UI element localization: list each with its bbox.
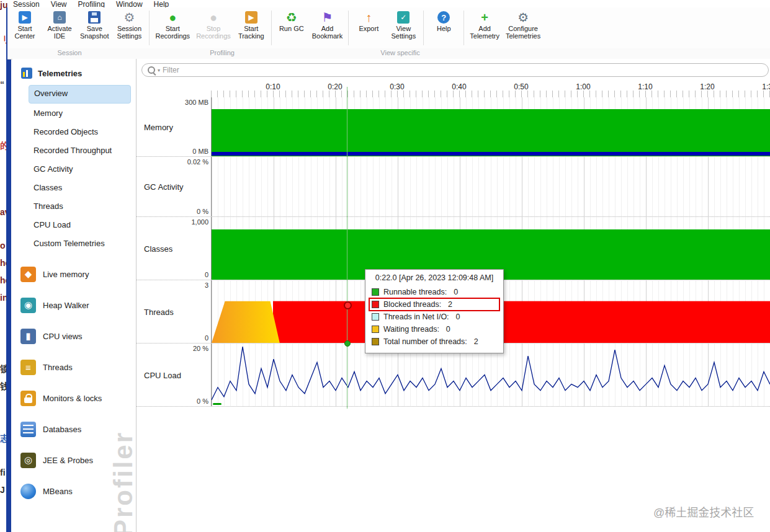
sidebar-header-telemetries[interactable]: Telemetries: [21, 68, 136, 79]
gear-icon: ⚙: [124, 10, 135, 25]
section-label: JEE & Probes: [43, 456, 93, 465]
sidebar-item-classes[interactable]: Classes: [29, 179, 131, 197]
sidebar-section-jee-probes[interactable]: ◎JEE & Probes: [12, 445, 136, 476]
sidebar-section-heap-walker[interactable]: ◉Heap Walker: [12, 290, 136, 321]
legend-value: 0: [456, 313, 460, 321]
toolbar-separator: [149, 11, 150, 45]
run-gc-button[interactable]: ♻Run GC: [275, 9, 308, 33]
help-button[interactable]: ?Help: [427, 9, 460, 33]
sidebar-item-recorded-objects[interactable]: Recorded Objects: [29, 123, 131, 141]
threads-row-name: Threads: [144, 307, 174, 316]
toolbar-group-label-session: Session: [57, 49, 81, 56]
gc-row-name: GC Activity: [144, 182, 184, 192]
legend-swatch: [372, 301, 379, 308]
stop-recordings-button[interactable]: ●StopRecordings: [194, 9, 233, 40]
timeline-label-1-30: 1:30: [762, 82, 770, 91]
record-icon: ●: [169, 10, 176, 25]
toolbar-separator: [423, 11, 424, 45]
export-arrow-icon: ↑: [365, 10, 372, 25]
legend-swatch: [372, 326, 379, 333]
sidebar-section-live-memory[interactable]: ◆Live memory: [12, 259, 136, 290]
add-telemetry-button[interactable]: +AddTelemetry: [467, 9, 502, 40]
legend-value: 0: [454, 288, 458, 296]
check-icon: ✓: [397, 10, 410, 25]
edge-text-fragment: fi: [0, 468, 6, 477]
session-settings-button[interactable]: ⚙SessionSettings: [112, 9, 146, 40]
toolbar-group-label-profiling: Profiling: [210, 49, 235, 56]
legend-label: Blocked threads:: [383, 300, 441, 309]
start-tracking-button[interactable]: ▶StartTracking: [235, 9, 268, 40]
gc-activity-chart[interactable]: [211, 157, 770, 216]
memory-used-line: [212, 152, 770, 156]
play-icon: ▶: [245, 10, 257, 25]
legend-swatch: [372, 338, 379, 345]
threads-icon: ≡: [20, 360, 36, 375]
sidebar-section-mbeans[interactable]: MBeans: [12, 476, 136, 507]
start-recordings-button[interactable]: ●StartRecordings: [153, 9, 192, 40]
section-label: Heap Walker: [43, 301, 89, 310]
tooltip-entry-blocked-threads: Blocked threads:2: [369, 298, 499, 311]
toolbar-separator: [463, 11, 464, 45]
sidebar-section-cpu-views[interactable]: ▮CPU views: [12, 321, 136, 352]
sidebar-section-threads[interactable]: ≡Threads: [12, 352, 136, 383]
activate-ide-button[interactable]: ⌂ActivateIDE: [43, 9, 76, 40]
tooltip-legend: Runnable threads:0Blocked threads:2Threa…: [369, 286, 499, 348]
legend-swatch: [372, 288, 379, 296]
legend-value: 0: [446, 325, 450, 334]
help-icon: ?: [437, 10, 450, 25]
sidebar-item-recorded-throughput[interactable]: Recorded Throughput: [29, 142, 131, 159]
recycle-icon: ♻: [286, 10, 297, 25]
classes-row-name: Classes: [144, 244, 172, 253]
heap-walker-icon: ◉: [20, 298, 36, 313]
timeline-label-0-30: 0:30: [390, 82, 404, 91]
threads-max-label: 3: [205, 282, 208, 289]
legend-value: 2: [474, 337, 478, 346]
gears-icon: ⚙: [517, 10, 529, 25]
telemetry-rows: 300 MB Memory 0 MB 0.02 % GC Activity 0 …: [137, 97, 770, 407]
sidebar-section-databases[interactable]: Databases: [12, 414, 136, 445]
timeline-label-1-00: 1:00: [576, 82, 590, 91]
sidebar-section-monitors-locks[interactable]: Monitors & locks: [12, 383, 136, 414]
save-snapshot-button[interactable]: SaveSnapshot: [78, 9, 111, 40]
sidebar-item-gc-activity[interactable]: GC Activity: [29, 161, 131, 178]
sidebar-header-label: Telemetries: [38, 69, 82, 78]
tooltip-entry-total-number-of-threads: Total number of threads:2: [369, 335, 499, 348]
view-section-list: ◆Live memory◉Heap Walker▮CPU views≡Threa…: [12, 259, 136, 507]
export-button[interactable]: ↑Export: [352, 9, 385, 33]
window-left-border: [6, 7, 11, 532]
start-center-button[interactable]: ▶StartCenter: [8, 9, 42, 40]
tooltip-entry-threads-in-net-i-o: Threads in Net I/O:0: [369, 311, 499, 323]
section-label: Threads: [43, 363, 73, 372]
add-bookmark-button[interactable]: ⚑AddBookmark: [310, 9, 346, 40]
memory-max-label: 300 MB: [185, 99, 208, 106]
view-settings-button[interactable]: ✓ViewSettings: [387, 9, 420, 40]
timeline-ruler[interactable]: 0:100:200:300:400:501:001:101:201:30: [137, 81, 770, 97]
filter-caret-icon[interactable]: ▾: [158, 68, 160, 73]
filter-placeholder: Filter: [163, 66, 179, 74]
search-icon: [148, 66, 155, 74]
sidebar-item-memory[interactable]: Memory: [29, 105, 131, 122]
sidebar-item-custom-telemetries[interactable]: Custom Telemetries: [29, 235, 131, 252]
selection-line: [347, 87, 347, 409]
lock-icon: [20, 391, 36, 406]
sidebar-item-cpu-load[interactable]: CPU Load: [29, 216, 131, 234]
selection-marker-bottom: [344, 340, 351, 347]
ide-icon: ⌂: [53, 10, 66, 25]
cpu-views-icon: ▮: [20, 329, 36, 344]
legend-label: Waiting threads:: [383, 325, 439, 334]
toolbar: ▶StartCenter⌂ActivateIDESaveSnapshot⚙Ses…: [7, 7, 770, 50]
memory-chart[interactable]: [211, 97, 770, 156]
toolbar-group-labels: SessionProfilingView specific: [7, 48, 770, 60]
live-memory-icon: ◆: [20, 267, 36, 282]
mbeans-sphere-icon: [20, 484, 36, 499]
memory-row-name: Memory: [144, 122, 173, 131]
sidebar-item-threads[interactable]: Threads: [29, 198, 131, 215]
cpu-min-label: 0 %: [197, 397, 208, 405]
filter-input[interactable]: ▾ Filter: [141, 63, 769, 77]
gc-max-label: 0.02 %: [187, 158, 208, 166]
sidebar-item-overview[interactable]: Overview: [29, 85, 131, 104]
flag-icon: ⚑: [322, 10, 333, 25]
configure-telemetries-button[interactable]: ⚙ConfigureTelemetries: [503, 9, 543, 40]
threads-min-label: 0: [205, 334, 208, 342]
record-icon: ●: [210, 10, 217, 25]
